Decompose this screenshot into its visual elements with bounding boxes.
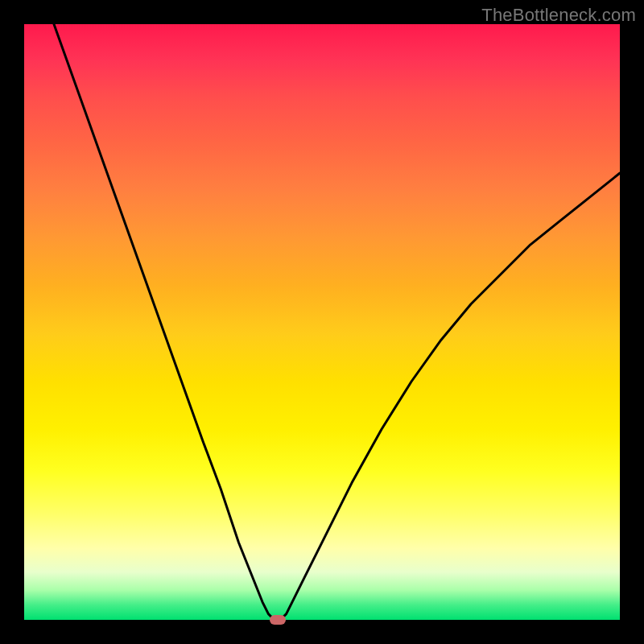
plot-area xyxy=(24,24,620,620)
bottleneck-curve xyxy=(24,24,620,620)
chart-container: TheBottleneck.com xyxy=(0,0,644,644)
watermark-text: TheBottleneck.com xyxy=(481,5,636,26)
minimum-marker xyxy=(270,615,286,625)
